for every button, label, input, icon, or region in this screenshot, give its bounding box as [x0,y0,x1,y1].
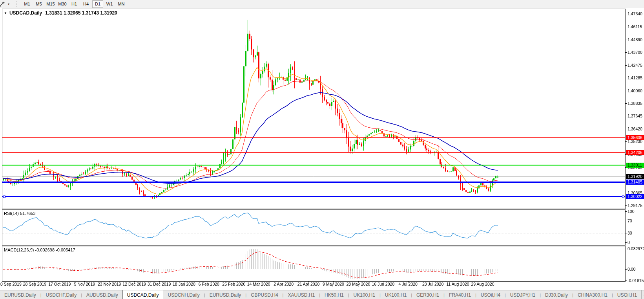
axis-tick-label: 0.00 [628,267,644,271]
date-axis-label: 10 Sep 2019 [0,282,22,286]
tab-scroll-controls: ◂ ▸ [641,290,644,299]
price-level-badge: 1.30022 [626,194,644,199]
trendline-tool-icon[interactable] [0,1,6,7]
toolbar-grip-handle[interactable] [16,1,19,7]
chart-tab-EURUSD-Daily[interactable]: EURUSD,Daily [0,290,40,299]
chart-tab-EURUSD-Daily[interactable]: EURUSD,Daily [205,290,246,299]
date-axis-label: 28 Sep 2019 [23,282,47,286]
rsi-indicator-label: RSI(14) 51.7653 [4,211,36,216]
price-level-badge: 1.33011 [626,163,644,168]
chart-tab-USDCNH-Daily[interactable]: USDCNH,Daily [163,290,204,299]
date-axis-label: 28 May 2020 [347,282,370,286]
axis-tick-label: 1.44890 [628,37,644,42]
chart-title-bar: ▼USDCAD,Daily1.31831 1.32065 1.31743 1.3… [4,10,117,16]
axis-tick-label: 30 [628,231,644,235]
axis-tick-label: 1.46115 [628,24,644,29]
axis-tick-label: 1.36420 [628,127,644,131]
date-axis-label: 6 Feb 2020 [199,282,219,286]
chart-tab-GER30-H1[interactable]: GER30,H1 [412,290,443,299]
chart-symbol-period: USDCAD,Daily [9,10,42,16]
axis-tick-label: 1.43700 [628,50,644,55]
chart-tab-FRA40-H1[interactable]: FRA40,H1 [445,290,475,299]
mt4-terminal-window: ▾ M1M5M15M30H1H4D1W1MN ▼USDCAD,Daily1.31… [0,0,644,299]
chart-ohlc-values: 1.31831 1.32065 1.31743 1.31920 [45,10,117,16]
chart-tabs: EURUSD,Daily|USDCHF,Daily|AUDUSD,DailyUS… [0,290,641,299]
axis-tick-label: -0.018154 [628,278,644,283]
timeframe-button-M30[interactable]: M30 [57,0,68,8]
axis-tick-label: 1.38835 [628,101,644,106]
axis-tick-label: 0.032972 [628,246,644,251]
date-axis-label: 14 Mar 2020 [247,282,270,286]
timeframe-button-M5[interactable]: M5 [33,0,44,8]
date-axis-label: 4 Jul 2020 [399,282,418,286]
chart-tab-bar: EURUSD,Daily|USDCHF,Daily|AUDUSD,DailyUS… [0,290,644,299]
price-level-badge: 1.35606 [626,135,644,140]
timeframe-toolbar: ▾ M1M5M15M30H1H4D1W1MN [0,0,644,8]
timeframe-button-H1[interactable]: H1 [69,0,80,8]
date-axis-label: 23 Jul 2020 [422,282,443,286]
axis-tick-label: 1.29175 [628,203,644,208]
date-axis-label: 23 Nov 2019 [98,282,121,286]
symbol-dropdown-icon[interactable]: ▼ [4,11,7,15]
price-chart-canvas[interactable] [0,0,644,290]
axis-tick-label: 100 [628,209,644,214]
date-axis-label: 5 Nov 2019 [74,282,95,286]
timeframe-button-H4[interactable]: H4 [80,0,91,8]
date-axis-label: 21 Apr 2020 [297,282,320,286]
chart-tab-USOil-H4[interactable]: USOil,H4 [476,290,505,299]
chart-tab-USDJPY-H1[interactable]: USDJPY,H1 [506,290,540,299]
date-axis-label: 17 Oct 2019 [48,282,71,286]
chart-tab-DJ30-Daily[interactable]: DJ30,Daily [541,290,572,299]
current-price-badge: 1.31920 [626,174,644,179]
axis-tick-label: 70 [628,218,644,223]
timeframe-button-D1[interactable]: D1 [92,0,103,8]
axis-tick-label: 1.42475 [628,63,644,68]
chart-tab-USDCAD-Daily[interactable]: USDCAD,Daily [122,290,164,299]
price-level-badge: 1.31405 [626,180,644,185]
timeframe-buttons: M1M5M15M30H1H4D1W1MN [21,0,127,8]
chart-tab-USDCHF-Daily[interactable]: USDCHF,Daily [42,290,81,299]
chart-tab-UK100-H1[interactable]: UK100,H1 [381,290,411,299]
date-axis-label: 29 Aug 2020 [471,282,494,286]
date-axis-label: 25 Feb 2020 [222,282,245,286]
chart-tab-GBPUSD-H4[interactable]: GBPUSD,H4 [246,290,282,299]
axis-tick-label: 1.40060 [628,88,644,93]
chart-tab-UK100-H1[interactable]: UK100,H1 [349,290,379,299]
chart-tab-XAUUSD-H1[interactable]: XAUUSD,H1 [283,290,319,299]
timeframe-button-M1[interactable]: M1 [22,0,33,8]
tool-dropdown-caret-icon[interactable]: ▾ [8,2,13,6]
timeframe-button-MN[interactable]: MN [116,0,127,8]
date-axis-label: 16 Jun 2020 [372,282,394,286]
date-axis-label: 2 Apr 2020 [274,282,294,286]
date-axis-label: 9 May 2020 [323,282,344,286]
chart-tab-CHINA300-H1[interactable]: CHINA300,H1 [573,290,612,299]
axis-tick-label: 1.47340 [628,11,644,16]
axis-tick-label: 1.41285 [628,75,644,80]
chart-tab-HK50-H1[interactable]: HK50,H1 [320,290,348,299]
chart-tab-USOil-H1[interactable]: USOil,H1 [613,290,641,299]
price-level-badge: 1.34206 [626,150,644,155]
axis-tick-label: 1.37645 [628,114,644,118]
date-axis-label: 12 Dec 2019 [122,282,146,286]
date-axis-label: 11 Aug 2020 [446,282,469,286]
date-axis-label: 31 Dec 2019 [148,282,171,286]
axis-tick-label: 0 [628,240,644,245]
timeframe-button-W1[interactable]: W1 [104,0,115,8]
chart-tab-AUDUSD-Daily[interactable]: AUDUSD,Daily [82,290,122,299]
macd-indicator-label: MACD(12,26,9) -0.002698 -0.005417 [4,248,75,252]
timeframe-button-M15[interactable]: M15 [45,0,56,8]
date-axis-label: 18 Jan 2020 [173,282,195,286]
